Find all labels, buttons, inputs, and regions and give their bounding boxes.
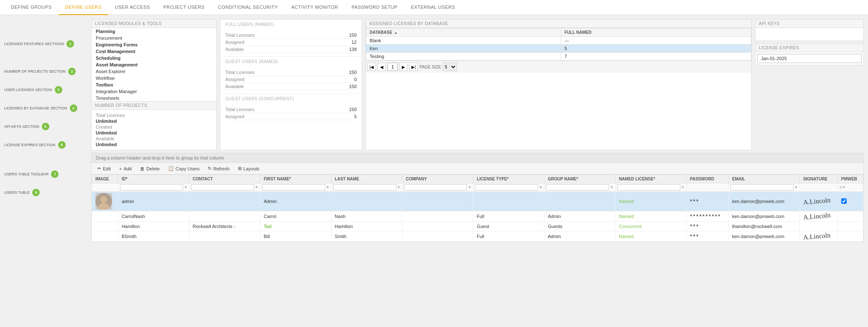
filter-lastname[interactable]: ▼ [331, 183, 402, 192]
page-last-btn[interactable]: ▶| [409, 63, 418, 71]
table-row[interactable]: BSmithBillSmithFullAdminNamed***ken.damo… [92, 231, 863, 242]
named-license-badge[interactable]: Named [619, 199, 633, 204]
filter-contact-input[interactable] [191, 184, 254, 190]
named-license-badge[interactable]: Named [619, 234, 633, 239]
refresh-button[interactable]: ↻ Refresh [206, 165, 231, 172]
module-item[interactable]: Procurement [92, 35, 216, 41]
page-first-btn[interactable]: |◀ [368, 63, 376, 71]
filter-contact-dropdown[interactable]: ▼ [255, 185, 258, 189]
cell-namedlicense[interactable]: Concurrent [615, 222, 687, 231]
filter-email-input[interactable] [730, 184, 794, 190]
filter-namedlicense-input[interactable] [617, 184, 680, 190]
modules-list[interactable]: PlanningProcurementEngineering FormsCost… [92, 28, 216, 101]
filter-namedlicense-dropdown[interactable]: ▼ [681, 185, 684, 189]
filter-firstname-dropdown[interactable]: ▼ [326, 185, 329, 189]
filter-pmweb[interactable]: ⊟▼ [837, 183, 863, 192]
cell-groupname: Admin [544, 231, 615, 242]
filter-licensetype[interactable]: ▼ [473, 183, 544, 192]
copy-users-button[interactable]: 📋 Copy Users [166, 165, 201, 172]
filter-licensetype-dropdown[interactable]: ▼ [539, 185, 542, 189]
cell-namedlicense[interactable]: Named [615, 211, 687, 222]
module-item[interactable]: Asset Management [92, 61, 216, 68]
col-email[interactable]: EMAIL [729, 175, 800, 183]
filter-email-dropdown[interactable]: ▼ [794, 185, 798, 189]
nav-define-users[interactable]: DEFINE USERS [59, 0, 108, 15]
page-next-btn[interactable]: ▶ [399, 63, 408, 71]
col-namedlicense[interactable]: NAMED LICENSE* [615, 175, 687, 183]
annotation-circle-6: 6 [58, 141, 66, 149]
nav-user-access[interactable]: USER ACCESS [108, 0, 157, 15]
module-item[interactable]: Scheduling [92, 55, 216, 61]
layouts-button[interactable]: ⊞ Layouts [236, 165, 261, 172]
nav-activity-monitor[interactable]: ACTIVITY MONITOR [285, 0, 345, 15]
filter-lastname-dropdown[interactable]: ▼ [397, 185, 401, 189]
module-item[interactable]: Workflow [92, 75, 216, 81]
filter-company[interactable]: ▼ [402, 183, 473, 192]
filter-lastname-input[interactable] [333, 184, 396, 190]
filter-pmweb-dropdown[interactable]: ⊟▼ [840, 185, 846, 189]
db-col-database[interactable]: DATABASE ▲ [366, 28, 561, 37]
cell-firstname: Tad [260, 222, 331, 231]
edit-button[interactable]: ✏ Edit [96, 165, 112, 172]
module-item[interactable]: Timesheets [92, 95, 216, 101]
table-row[interactable]: CarrolNashCarrolNashFullAdminNamed******… [92, 211, 863, 222]
module-item[interactable]: Toolbox [92, 81, 216, 88]
nav-conditional-security[interactable]: CONDITIONAL SECURITY [211, 0, 284, 15]
col-licensetype[interactable]: LICENSE TYPE* [473, 175, 544, 183]
col-contact[interactable]: CONTACT [189, 175, 260, 183]
filter-groupname[interactable]: ▼ [544, 183, 615, 192]
cell-namedlicense[interactable]: Named [615, 231, 687, 242]
licenses-db-row[interactable]: Ken5 [366, 45, 751, 53]
table-row[interactable]: HamiltonRockwell Architects -TadHamilton… [92, 222, 863, 231]
table-scroll-container[interactable]: IMAGE ID* CONTACT FIRST NAME* LAST NAME … [92, 175, 863, 242]
licenses-db-row[interactable]: Testing7 [366, 53, 751, 61]
col-groupname[interactable]: GROUP NAME* [544, 175, 615, 183]
page-prev-btn[interactable]: ◀ [378, 63, 386, 71]
filter-company-dropdown[interactable]: ▼ [468, 185, 471, 189]
col-signature[interactable]: SIGNATURE [799, 175, 837, 183]
delete-button[interactable]: 🗑 Delete [138, 165, 161, 172]
full-users-assigned-value: 12 [352, 40, 357, 45]
module-item[interactable]: Asset Explorer [92, 68, 216, 75]
col-password[interactable]: PASSWORD [687, 175, 729, 183]
nav-external-users[interactable]: EXTERNAL USERS [404, 0, 462, 15]
filter-firstname-input[interactable] [262, 184, 325, 190]
nav-password-setup[interactable]: PASSWORD SETUP [345, 0, 404, 15]
filter-id[interactable]: ▼ [118, 183, 189, 192]
pmweb-checkbox[interactable] [841, 198, 847, 204]
filter-id-input[interactable] [120, 184, 183, 190]
cell-password: *** [687, 231, 729, 242]
table-row[interactable]: adminAdminNamed***ken.damon@pmweb.comA.L… [92, 192, 863, 211]
api-keys-header: API KEYS [756, 20, 863, 28]
page-size-select[interactable]: 5 10 25 [443, 63, 457, 71]
guest-concurrent-total: Total Licenses 150 [225, 106, 357, 113]
col-id[interactable]: ID* [118, 175, 189, 183]
filter-licensetype-input[interactable] [475, 184, 538, 190]
db-col-fullnamed[interactable]: FULL NAMED [561, 28, 751, 37]
filter-id-dropdown[interactable]: ▼ [184, 185, 187, 189]
add-button[interactable]: + Add [117, 165, 133, 172]
module-item[interactable]: Integration Manager [92, 88, 216, 95]
page-current-input[interactable] [388, 63, 398, 71]
filter-firstname[interactable]: ▼ [260, 183, 331, 192]
filter-groupname-dropdown[interactable]: ▼ [610, 185, 613, 189]
license-expires-input[interactable] [757, 54, 862, 63]
filter-groupname-input[interactable] [546, 184, 609, 190]
filter-email[interactable]: ▼ [729, 183, 800, 192]
cell-namedlicense[interactable]: Named [615, 192, 687, 211]
col-pmweb[interactable]: PMWEB [837, 175, 863, 183]
named-license-badge[interactable]: Named [619, 214, 633, 219]
module-item[interactable]: Cost Management [92, 48, 216, 55]
nav-project-users[interactable]: PROJECT USERS [157, 0, 212, 15]
filter-contact[interactable]: ▼ [189, 183, 260, 192]
filter-company-input[interactable] [404, 184, 467, 190]
nav-define-groups[interactable]: DEFINE GROUPS [4, 0, 59, 15]
named-license-badge[interactable]: Concurrent [619, 224, 641, 229]
licenses-db-row[interactable]: Blank--- [366, 37, 751, 45]
module-item[interactable]: Engineering Forms [92, 41, 216, 48]
col-company[interactable]: COMPANY [402, 175, 473, 183]
col-lastname[interactable]: LAST NAME [331, 175, 402, 183]
col-firstname[interactable]: FIRST NAME* [260, 175, 331, 183]
module-item[interactable]: Planning [92, 28, 216, 35]
filter-namedlicense[interactable]: ▼ [615, 183, 687, 192]
